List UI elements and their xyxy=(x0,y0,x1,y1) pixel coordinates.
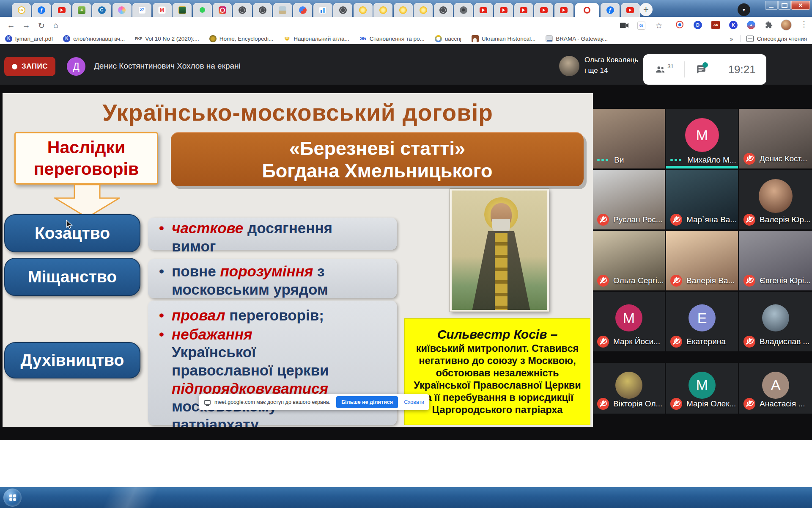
participant-tile[interactable]: Денис Кост... xyxy=(739,109,812,168)
home-button[interactable]: ⌂ xyxy=(50,19,62,31)
forward-button[interactable]: → xyxy=(20,19,32,31)
reading-list-button[interactable]: Список для чтения xyxy=(757,36,807,42)
participant-name: Анастасія ... xyxy=(760,399,805,409)
pinned-tab-un[interactable]: UN xyxy=(12,3,31,17)
extension-d-icon[interactable]: D xyxy=(694,21,702,29)
extensions-puzzle-icon[interactable] xyxy=(765,21,773,29)
bookmark-star-icon[interactable]: ☆ xyxy=(654,20,664,30)
pinned-tab-globe[interactable] xyxy=(233,3,252,17)
chart-icon xyxy=(319,6,326,14)
pinned-tab-gmail[interactable]: M xyxy=(153,3,172,17)
window-controls: × xyxy=(765,1,810,10)
participants-button[interactable]: 31 xyxy=(654,64,673,75)
reading-list-icon xyxy=(746,36,754,42)
bookmark-item[interactable]: Home, Encyclopedi... xyxy=(209,35,274,42)
bookmarks-list: Klyman_aref.pdfKслов'янознавці вч...PKPV… xyxy=(5,35,618,42)
participant-tile[interactable]: Ви xyxy=(593,109,665,168)
participant-tile[interactable]: Мар`яна Ва... xyxy=(666,170,738,229)
participant-tile[interactable]: Вікторія Ол... xyxy=(593,363,665,414)
participant-tile[interactable]: Валерія Юр... xyxy=(739,170,812,229)
participant-tile[interactable]: MМарія Олек... xyxy=(666,363,738,414)
cal27-icon: 27 xyxy=(138,6,146,14)
bookmark-item[interactable]: BRAMA - Gateway... xyxy=(546,35,608,42)
participant-tile[interactable]: Валерія Ва... xyxy=(666,231,738,290)
youtube-icon xyxy=(626,7,634,13)
pinned-tab-landscape[interactable] xyxy=(273,3,292,17)
pinned-tab-sun[interactable] xyxy=(414,3,433,17)
pinned-tab-sun[interactable] xyxy=(354,3,373,17)
bookmark-item[interactable]: ΨНаціональний атла... xyxy=(283,35,349,42)
pinned-tab-globe[interactable] xyxy=(253,3,272,17)
participant-tile[interactable]: Євгенія Юрі... xyxy=(739,231,812,290)
extension-k-icon[interactable]: K xyxy=(729,21,738,29)
new-tab-button[interactable]: + xyxy=(639,3,653,16)
pinned-tab-chart[interactable] xyxy=(313,3,332,17)
pinned-tab-rocket[interactable] xyxy=(293,3,312,17)
extension-flame-icon[interactable]: ▲ xyxy=(747,21,755,29)
pinned-tab-instagram[interactable] xyxy=(213,3,232,17)
participant-name: Вікторія Ол... xyxy=(613,399,662,409)
bookmarks-overflow-icon[interactable]: » xyxy=(730,35,733,42)
pinned-tab-youtube[interactable] xyxy=(52,3,71,17)
pinned-tab-sun[interactable] xyxy=(373,3,392,17)
pinned-tab-bulb[interactable] xyxy=(112,3,132,17)
mic-muted-icon xyxy=(743,398,755,410)
pinned-tab-gear[interactable] xyxy=(454,3,473,17)
stole-shape xyxy=(495,233,508,312)
extension-target-icon[interactable] xyxy=(676,21,683,28)
slide-bullet: •часткове досягненнявимог xyxy=(159,219,389,255)
active-tab-recording[interactable] xyxy=(575,3,599,17)
bookmark-item[interactable]: Ukrainian Historical... xyxy=(472,35,536,42)
pinned-tab-youtube[interactable] xyxy=(621,3,640,17)
reload-button[interactable]: ↻ xyxy=(36,19,47,31)
pinned-tab-greendot[interactable] xyxy=(193,3,212,17)
pinned-tab-youtube[interactable] xyxy=(494,3,513,17)
window-minimize-button[interactable] xyxy=(765,1,778,10)
arch-icon xyxy=(472,35,479,42)
pinned-tab-emblem[interactable] xyxy=(173,3,192,17)
bookmark-label: lyman_aref.pdf xyxy=(15,36,53,42)
pinned-tab-youtube[interactable] xyxy=(474,3,493,17)
window-close-button[interactable]: × xyxy=(791,1,810,10)
participants-count: 31 xyxy=(667,63,673,69)
translate-icon[interactable]: G xyxy=(636,20,646,30)
start-button[interactable] xyxy=(3,489,22,507)
pinned-tab-app4[interactable]: 4 xyxy=(72,3,91,17)
back-button[interactable]: ← xyxy=(5,19,17,31)
pinned-tab-youtube[interactable] xyxy=(534,3,553,17)
participant-tile[interactable]: Владислав ... xyxy=(739,292,812,351)
profile-avatar[interactable] xyxy=(781,19,792,30)
facebook-icon: f xyxy=(606,6,614,14)
window-restore-button[interactable] xyxy=(778,1,791,10)
pinned-tab-sun[interactable] xyxy=(394,3,413,17)
mic-muted-icon xyxy=(670,275,682,287)
info-box-title: Сильвестр Косів – xyxy=(437,327,558,342)
pinned-tab-globe[interactable] xyxy=(434,3,453,17)
pinned-tab-youtube[interactable] xyxy=(554,3,573,17)
extension-dictionary-icon[interactable]: Aa xyxy=(711,21,720,29)
bookmark-item[interactable]: uaccnj xyxy=(435,35,461,42)
tab-search-button[interactable]: ▼ xyxy=(738,3,750,16)
pinned-tab-globe[interactable] xyxy=(333,3,352,17)
desktop-screen: UNf4C27Mf + ▼ × ← → ↻ ⌂ meet.google.com/… xyxy=(0,0,812,508)
hide-toast-link[interactable]: Сховати xyxy=(404,399,424,405)
pinned-tab-facebook[interactable]: f xyxy=(32,3,51,17)
stop-sharing-button[interactable]: Більше не ділитися xyxy=(336,396,398,408)
pinned-tab-facebook[interactable]: f xyxy=(601,3,620,17)
participant-tile[interactable]: MМихайло М... xyxy=(666,109,738,168)
participant-tile[interactable]: EЕкатерина xyxy=(666,292,738,351)
chat-button[interactable] xyxy=(695,64,706,75)
browser-menu-icon[interactable]: ⋮ xyxy=(800,19,808,29)
bookmark-item[interactable]: PKPVol 10 No 2 (2020):... xyxy=(135,35,199,42)
pinned-tab-cblue[interactable]: C xyxy=(92,3,111,17)
bookmark-item[interactable]: ЭБСтановлення та ро... xyxy=(359,35,425,42)
participant-tile[interactable]: AАнастасія ... xyxy=(739,363,812,414)
participant-tile[interactable]: MМарк Йоси... xyxy=(593,292,665,351)
bookmark-item[interactable]: Kслов'янознавці вч... xyxy=(63,35,125,42)
bookmark-item[interactable]: Klyman_aref.pdf xyxy=(5,35,53,42)
participant-tile[interactable]: Руслан Рос... xyxy=(593,170,665,229)
pinned-tab-youtube[interactable] xyxy=(514,3,533,17)
pinned-tab-cal27[interactable]: 27 xyxy=(132,3,151,17)
participant-tile[interactable]: Ольга Сергі... xyxy=(593,231,665,290)
media-camera-icon[interactable] xyxy=(619,20,629,30)
